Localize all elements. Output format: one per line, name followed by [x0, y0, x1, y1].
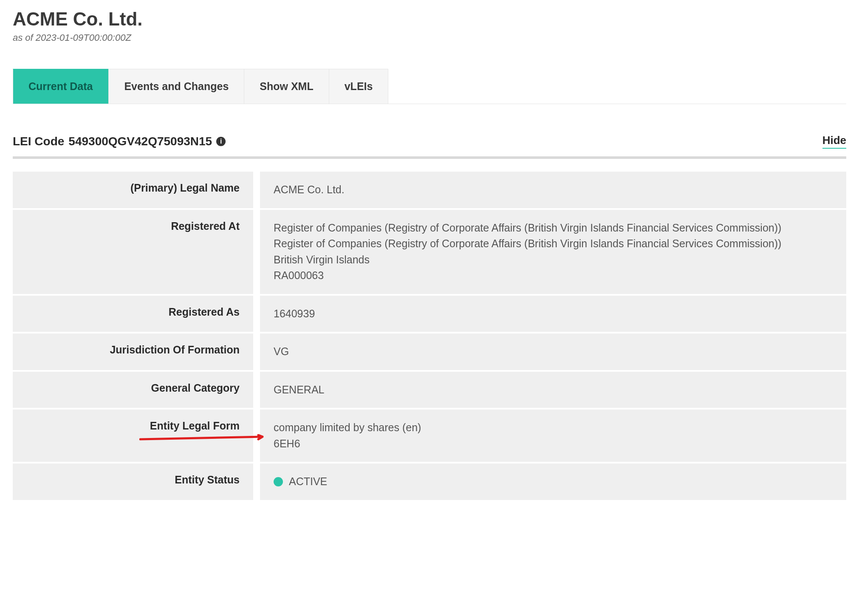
- info-icon[interactable]: i: [216, 137, 226, 146]
- tab-vleis[interactable]: vLEIs: [329, 69, 389, 104]
- label-general-category: General Category: [13, 372, 253, 408]
- row-primary-legal-name: (Primary) Legal Name ACME Co. Ltd.: [13, 172, 846, 208]
- value-primary-legal-name: ACME Co. Ltd.: [260, 172, 846, 208]
- tabs-container: Current Data Events and Changes Show XML…: [13, 69, 846, 104]
- tab-events-changes[interactable]: Events and Changes: [108, 69, 244, 104]
- row-registered-as: Registered As 1640939: [13, 296, 846, 332]
- label-registered-as: Registered As: [13, 296, 253, 332]
- label-jurisdiction: Jurisdiction Of Formation: [13, 333, 253, 370]
- section-header: LEI Code 549300QGV42Q75093N15 i Hide: [13, 134, 846, 149]
- tab-show-xml[interactable]: Show XML: [244, 69, 329, 104]
- status-text: ACTIVE: [289, 474, 327, 490]
- value-line: company limited by shares (en): [274, 420, 833, 436]
- value-jurisdiction: VG: [260, 333, 846, 370]
- value-line: British Virgin Islands: [274, 252, 833, 268]
- value-general-category: GENERAL: [260, 372, 846, 408]
- page-title: ACME Co. Ltd.: [13, 8, 846, 30]
- label-registered-at: Registered At: [13, 210, 253, 294]
- value-line: GENERAL: [274, 382, 833, 398]
- value-entity-status: ACTIVE: [260, 463, 846, 500]
- status-dot-icon: [274, 477, 283, 486]
- row-registered-at: Registered At Register of Companies (Reg…: [13, 210, 846, 294]
- hide-toggle[interactable]: Hide: [822, 134, 846, 149]
- value-line: 1640939: [274, 306, 833, 322]
- timestamp: as of 2023-01-09T00:00:00Z: [13, 32, 846, 43]
- label-entity-legal-form: Entity Legal Form: [13, 410, 253, 462]
- data-table: (Primary) Legal Name ACME Co. Ltd. Regis…: [13, 172, 846, 500]
- tab-current-data[interactable]: Current Data: [13, 69, 108, 104]
- value-registered-at: Register of Companies (Registry of Corpo…: [260, 210, 846, 294]
- row-general-category: General Category GENERAL: [13, 372, 846, 408]
- status-wrap: ACTIVE: [274, 474, 833, 490]
- value-line: RA000063: [274, 268, 833, 284]
- lei-code-value: 549300QGV42Q75093N15: [68, 135, 212, 148]
- value-line: ACME Co. Ltd.: [274, 182, 833, 198]
- lei-code-label: LEI Code: [13, 135, 64, 148]
- lei-code: LEI Code 549300QGV42Q75093N15 i: [13, 135, 226, 148]
- row-jurisdiction: Jurisdiction Of Formation VG: [13, 333, 846, 370]
- value-line: Register of Companies (Registry of Corpo…: [274, 220, 833, 236]
- value-line: VG: [274, 344, 833, 360]
- value-line: 6EH6: [274, 436, 833, 452]
- row-entity-legal-form: Entity Legal Form company limited by sha…: [13, 410, 846, 462]
- value-line: Register of Companies (Registry of Corpo…: [274, 236, 833, 252]
- row-entity-status: Entity Status ACTIVE: [13, 463, 846, 500]
- value-entity-legal-form: company limited by shares (en) 6EH6: [260, 410, 846, 462]
- value-registered-as: 1640939: [260, 296, 846, 332]
- section-divider: [13, 156, 846, 159]
- label-entity-status: Entity Status: [13, 463, 253, 500]
- label-primary-legal-name: (Primary) Legal Name: [13, 172, 253, 208]
